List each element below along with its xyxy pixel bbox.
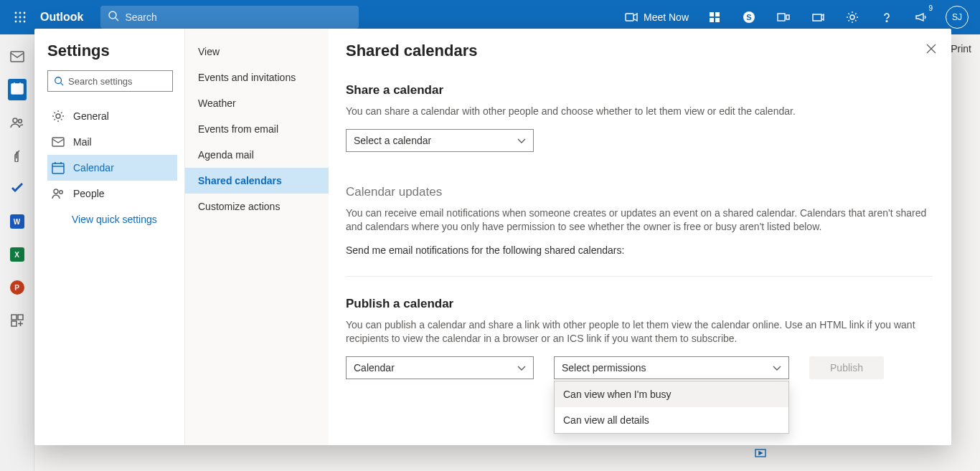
svg-line-34 — [61, 83, 64, 86]
nav2-events-invitations[interactable]: Events and invitations — [185, 65, 329, 90]
settings-modal: Settings Search settings General Mail Ca… — [34, 29, 951, 445]
nav2-weather[interactable]: Weather — [185, 90, 329, 116]
svg-point-20 — [850, 15, 854, 19]
search-placeholder: Search — [125, 11, 156, 23]
svg-text:S: S — [746, 13, 751, 22]
nav2-view[interactable]: View — [185, 39, 329, 65]
permission-option-all-details[interactable]: Can view all details — [555, 407, 788, 433]
share-calendar-dropdown[interactable]: Select a calendar — [346, 129, 534, 152]
search-icon — [108, 10, 119, 24]
notification-badge: 9 — [928, 4, 933, 12]
svg-point-0 — [15, 12, 17, 14]
print-link[interactable]: Print — [951, 43, 971, 54]
svg-rect-30 — [18, 315, 23, 320]
svg-point-33 — [55, 77, 62, 84]
content-scroll-area[interactable]: Share a calendar You can share a calenda… — [346, 75, 937, 445]
svg-rect-23 — [11, 84, 23, 94]
settings-search-input[interactable]: Search settings — [47, 70, 173, 92]
publish-desc: You can publish a calendar and share a l… — [346, 318, 933, 346]
search-icon — [54, 76, 64, 86]
svg-point-41 — [54, 189, 58, 194]
svg-point-2 — [24, 12, 26, 14]
profile-avatar[interactable]: SJ — [946, 6, 969, 29]
publish-calendar-dropdown[interactable]: Calendar — [346, 356, 534, 379]
nav2-agenda-mail[interactable]: Agenda mail — [185, 142, 329, 168]
nav1-calendar[interactable]: Calendar — [47, 155, 177, 181]
chevron-down-icon — [773, 362, 781, 374]
svg-rect-19 — [786, 15, 789, 19]
nav1-people[interactable]: People — [47, 181, 177, 206]
publish-permissions-dropdown[interactable]: Select permissions — [554, 356, 789, 379]
nav1-general[interactable]: General — [47, 103, 177, 129]
rail-files-icon[interactable] — [0, 139, 34, 172]
updates-prompt: Send me email notifications for the foll… — [346, 244, 933, 256]
svg-line-10 — [116, 18, 118, 21]
svg-rect-11 — [626, 14, 633, 21]
settings-nav-primary: Settings Search settings General Mail Ca… — [34, 29, 185, 445]
settings-nav-secondary: View Events and invitations Weather Even… — [185, 29, 329, 445]
chevron-down-icon — [517, 135, 526, 146]
svg-rect-22 — [11, 52, 24, 62]
svg-rect-29 — [11, 315, 17, 320]
nav1-mail[interactable]: Mail — [47, 129, 177, 155]
svg-rect-37 — [52, 163, 64, 173]
app-name: Outlook — [40, 11, 83, 24]
people-icon — [52, 188, 65, 199]
rail-mail-icon[interactable] — [0, 40, 34, 73]
section-divider — [346, 276, 933, 277]
svg-rect-18 — [778, 14, 785, 21]
nav2-shared-calendars[interactable]: Shared calendars — [185, 168, 329, 194]
svg-point-42 — [60, 191, 63, 194]
svg-point-4 — [19, 16, 22, 19]
global-search-input[interactable]: Search — [100, 6, 359, 29]
rail-calendar-icon[interactable] — [0, 73, 34, 106]
background-icon — [755, 448, 766, 460]
rail-excel-icon[interactable]: X — [0, 238, 34, 271]
gear-icon — [52, 110, 65, 123]
settings-title: Settings — [47, 42, 177, 60]
share-desc: You can share a calendar with other peop… — [346, 105, 933, 119]
svg-point-9 — [109, 11, 116, 19]
publish-button: Publish — [809, 356, 884, 379]
svg-point-1 — [19, 12, 22, 14]
svg-rect-12 — [710, 12, 714, 16]
svg-point-28 — [18, 120, 22, 123]
svg-rect-31 — [11, 321, 17, 326]
svg-point-21 — [886, 21, 887, 22]
updates-desc: You can receive email notifications when… — [346, 206, 933, 234]
svg-rect-13 — [715, 12, 720, 16]
publish-heading: Publish a calendar — [346, 297, 933, 311]
nav2-events-from-email[interactable]: Events from email — [185, 116, 329, 142]
chevron-down-icon — [517, 362, 526, 374]
svg-point-3 — [15, 16, 17, 19]
svg-point-8 — [24, 21, 26, 23]
close-button[interactable] — [925, 43, 937, 57]
svg-point-35 — [56, 114, 60, 118]
calendar-icon — [52, 161, 65, 174]
nav2-customize-actions[interactable]: Customize actions — [185, 194, 329, 219]
updates-heading: Calendar updates — [346, 185, 933, 199]
permissions-options-panel: Can view when I'm busy Can view all deta… — [554, 381, 789, 434]
svg-point-7 — [19, 21, 22, 23]
rail-todo-icon[interactable] — [0, 172, 34, 205]
close-icon — [925, 43, 937, 54]
svg-rect-36 — [52, 138, 64, 146]
svg-rect-14 — [710, 18, 714, 22]
rail-people-icon[interactable] — [0, 106, 34, 139]
rail-word-icon[interactable]: W — [0, 205, 34, 238]
share-heading: Share a calendar — [346, 83, 933, 97]
view-quick-settings-link[interactable]: View quick settings — [47, 214, 177, 225]
svg-point-5 — [24, 16, 26, 19]
svg-point-6 — [15, 21, 17, 23]
settings-content-panel: Shared calendars Share a calendar You ca… — [329, 29, 951, 445]
svg-rect-15 — [715, 18, 720, 22]
svg-point-27 — [13, 118, 17, 123]
panel-title: Shared calendars — [346, 42, 931, 60]
mail-icon — [52, 137, 65, 147]
permission-option-busy[interactable]: Can view when I'm busy — [555, 381, 788, 407]
app-launcher-icon[interactable] — [6, 3, 34, 32]
app-rail: W X P — [0, 34, 34, 471]
rail-powerpoint-icon[interactable]: P — [0, 271, 34, 304]
rail-more-apps-icon[interactable] — [0, 304, 34, 337]
